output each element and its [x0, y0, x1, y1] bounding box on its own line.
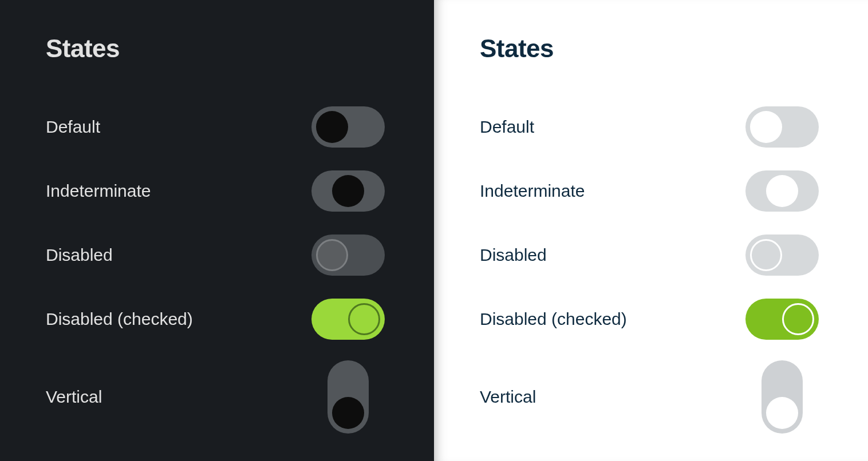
row-disabled-checked-light: Disabled (checked) — [480, 287, 822, 351]
toggle-cell — [308, 360, 388, 434]
row-disabled-dark: Disabled — [46, 223, 388, 287]
row-disabled-checked-dark: Disabled (checked) — [46, 287, 388, 351]
toggle-thumb — [782, 303, 814, 335]
toggle-thumb — [332, 397, 364, 429]
toggle-cell — [742, 170, 822, 212]
label-indeterminate-dark: Indeterminate — [46, 181, 151, 201]
toggle-indeterminate-light[interactable] — [745, 170, 819, 212]
toggle-disabled-checked-dark — [311, 299, 385, 340]
label-vertical-dark: Vertical — [46, 387, 102, 407]
label-indeterminate-light: Indeterminate — [480, 181, 585, 201]
row-indeterminate-light: Indeterminate — [480, 159, 822, 223]
label-vertical-light: Vertical — [480, 387, 536, 407]
toggle-thumb — [332, 175, 364, 207]
toggle-cell — [308, 235, 388, 276]
row-vertical-dark: Vertical — [46, 351, 388, 443]
row-default-dark: Default — [46, 95, 388, 159]
panel-light: States Default Indeterminate Disabled Di… — [434, 0, 868, 461]
toggle-default-dark[interactable] — [311, 106, 385, 148]
toggle-disabled-checked-light — [745, 299, 819, 340]
toggle-thumb — [766, 397, 798, 429]
row-disabled-light: Disabled — [480, 223, 822, 287]
label-disabled-light: Disabled — [480, 245, 547, 265]
label-default-dark: Default — [46, 117, 100, 137]
toggle-thumb — [316, 111, 348, 143]
toggle-vertical-dark[interactable] — [328, 360, 369, 434]
toggle-thumb — [316, 239, 348, 271]
label-disabled-dark: Disabled — [46, 245, 113, 265]
toggle-cell — [742, 235, 822, 276]
toggle-default-light[interactable] — [745, 106, 819, 148]
toggle-thumb — [750, 239, 782, 271]
toggle-thumb — [750, 111, 782, 143]
toggle-indeterminate-dark[interactable] — [311, 170, 385, 212]
toggle-thumb — [766, 175, 798, 207]
row-indeterminate-dark: Indeterminate — [46, 159, 388, 223]
toggle-cell — [742, 360, 822, 434]
toggle-cell — [742, 299, 822, 340]
toggle-vertical-light[interactable] — [762, 360, 803, 434]
panel-dark: States Default Indeterminate Disabled Di… — [0, 0, 434, 461]
toggle-cell — [308, 170, 388, 212]
toggle-thumb — [348, 303, 380, 335]
heading-light: States — [480, 34, 822, 63]
label-disabled-checked-light: Disabled (checked) — [480, 309, 627, 329]
label-disabled-checked-dark: Disabled (checked) — [46, 309, 193, 329]
label-default-light: Default — [480, 117, 534, 137]
toggle-cell — [742, 106, 822, 148]
row-vertical-light: Vertical — [480, 351, 822, 443]
row-default-light: Default — [480, 95, 822, 159]
toggle-disabled-light — [745, 235, 819, 276]
toggle-cell — [308, 299, 388, 340]
toggle-cell — [308, 106, 388, 148]
heading-dark: States — [46, 34, 388, 63]
toggle-disabled-dark — [311, 235, 385, 276]
